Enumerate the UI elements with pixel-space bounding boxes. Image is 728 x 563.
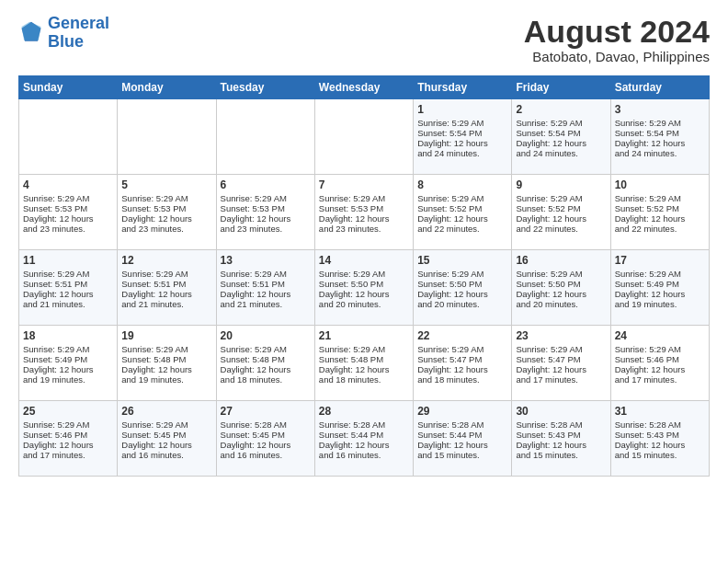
day-number: 23 <box>516 329 606 342</box>
day-cell: 30Sunrise: 5:28 AMSunset: 5:43 PMDayligh… <box>512 401 610 477</box>
day-number: 10 <box>615 178 705 191</box>
day-info: Sunrise: 5:28 AM <box>319 419 409 430</box>
day-info: Daylight: 12 hours <box>615 213 705 224</box>
day-info: Daylight: 12 hours <box>23 289 113 299</box>
day-info: Sunrise: 5:29 AM <box>417 344 507 354</box>
location: Batobato, Davao, Philippines <box>524 49 710 64</box>
day-info: and 17 minutes. <box>615 374 705 385</box>
day-info: Sunset: 5:44 PM <box>417 430 507 440</box>
day-info: Sunset: 5:46 PM <box>615 354 705 364</box>
day-info: Sunrise: 5:29 AM <box>121 193 211 203</box>
title-block: August 2024 Batobato, Davao, Philippines <box>524 15 710 64</box>
day-info: Daylight: 12 hours <box>121 213 211 224</box>
day-info: Sunrise: 5:29 AM <box>319 344 409 354</box>
day-info: Daylight: 12 hours <box>319 213 409 224</box>
day-info: Sunrise: 5:29 AM <box>23 193 113 203</box>
day-info: Daylight: 12 hours <box>221 364 311 374</box>
day-info: and 23 minutes. <box>121 224 211 234</box>
day-info: Sunset: 5:43 PM <box>516 430 606 440</box>
day-number: 2 <box>516 103 606 116</box>
day-info: and 18 minutes. <box>319 374 409 385</box>
day-cell: 10Sunrise: 5:29 AMSunset: 5:52 PMDayligh… <box>610 175 709 250</box>
day-info: Sunset: 5:47 PM <box>516 354 606 364</box>
day-cell: 17Sunrise: 5:29 AMSunset: 5:49 PMDayligh… <box>610 250 709 326</box>
day-info: Daylight: 12 hours <box>319 440 409 450</box>
day-info: Sunrise: 5:29 AM <box>417 118 507 128</box>
day-cell: 20Sunrise: 5:29 AMSunset: 5:48 PMDayligh… <box>216 326 314 401</box>
day-cell: 18Sunrise: 5:29 AMSunset: 5:49 PMDayligh… <box>19 326 118 401</box>
day-info: and 19 minutes. <box>615 299 705 309</box>
day-info: Sunrise: 5:29 AM <box>221 269 311 279</box>
day-info: Sunset: 5:51 PM <box>121 279 211 289</box>
day-number: 4 <box>23 178 113 191</box>
week-row-2: 4Sunrise: 5:29 AMSunset: 5:53 PMDaylight… <box>19 175 710 250</box>
calendar-table: SundayMondayTuesdayWednesdayThursdayFrid… <box>18 75 710 477</box>
logo-text: General Blue <box>48 15 109 52</box>
day-info: Sunset: 5:50 PM <box>417 279 507 289</box>
day-info: Sunrise: 5:29 AM <box>516 118 606 128</box>
day-info: and 16 minutes. <box>221 450 311 460</box>
day-info: and 24 minutes. <box>417 148 507 158</box>
day-info: and 17 minutes. <box>23 450 113 460</box>
day-info: Daylight: 12 hours <box>221 440 311 450</box>
week-row-1: 1Sunrise: 5:29 AMSunset: 5:54 PMDaylight… <box>19 99 710 175</box>
day-info: Sunrise: 5:29 AM <box>221 193 311 203</box>
day-number: 8 <box>417 178 507 191</box>
day-info: Sunrise: 5:29 AM <box>121 269 211 279</box>
day-info: and 21 minutes. <box>121 299 211 309</box>
day-info: Sunrise: 5:29 AM <box>615 269 705 279</box>
day-info: Daylight: 12 hours <box>121 440 211 450</box>
day-cell: 26Sunrise: 5:29 AMSunset: 5:45 PMDayligh… <box>118 401 216 477</box>
day-cell <box>19 99 118 175</box>
day-cell <box>314 99 413 175</box>
day-number: 14 <box>319 254 409 267</box>
header-cell-saturday: Saturday <box>610 76 709 99</box>
day-number: 31 <box>615 405 705 418</box>
day-info: Sunset: 5:49 PM <box>23 354 113 364</box>
day-number: 18 <box>23 329 113 342</box>
day-info: Daylight: 12 hours <box>23 364 113 374</box>
day-cell: 13Sunrise: 5:29 AMSunset: 5:51 PMDayligh… <box>216 250 314 326</box>
day-info: Sunrise: 5:29 AM <box>121 344 211 354</box>
day-number: 11 <box>23 254 113 267</box>
day-cell: 9Sunrise: 5:29 AMSunset: 5:52 PMDaylight… <box>512 175 610 250</box>
day-cell: 19Sunrise: 5:29 AMSunset: 5:48 PMDayligh… <box>118 326 216 401</box>
day-info: Sunrise: 5:29 AM <box>615 344 705 354</box>
day-info: Sunset: 5:54 PM <box>615 128 705 138</box>
day-info: Daylight: 12 hours <box>615 289 705 299</box>
day-number: 7 <box>319 178 409 191</box>
day-info: and 15 minutes. <box>615 450 705 460</box>
day-info: Sunset: 5:51 PM <box>23 279 113 289</box>
day-number: 3 <box>615 103 705 116</box>
day-number: 21 <box>319 329 409 342</box>
day-info: Sunrise: 5:28 AM <box>221 419 311 430</box>
day-cell: 3Sunrise: 5:29 AMSunset: 5:54 PMDaylight… <box>610 99 709 175</box>
day-info: Sunrise: 5:29 AM <box>516 193 606 203</box>
day-info: Sunset: 5:53 PM <box>121 203 211 213</box>
day-cell: 6Sunrise: 5:29 AMSunset: 5:53 PMDaylight… <box>216 175 314 250</box>
day-info: Daylight: 12 hours <box>121 289 211 299</box>
day-cell: 11Sunrise: 5:29 AMSunset: 5:51 PMDayligh… <box>19 250 118 326</box>
day-info: Daylight: 12 hours <box>319 289 409 299</box>
day-info: Sunset: 5:45 PM <box>221 430 311 440</box>
day-cell: 27Sunrise: 5:28 AMSunset: 5:45 PMDayligh… <box>216 401 314 477</box>
day-info: Sunset: 5:48 PM <box>121 354 211 364</box>
day-cell: 4Sunrise: 5:29 AMSunset: 5:53 PMDaylight… <box>19 175 118 250</box>
day-info: Sunrise: 5:29 AM <box>417 193 507 203</box>
day-info: Daylight: 12 hours <box>221 213 311 224</box>
day-number: 26 <box>121 405 211 418</box>
day-info: Sunset: 5:53 PM <box>221 203 311 213</box>
day-info: Sunset: 5:52 PM <box>516 203 606 213</box>
day-cell: 23Sunrise: 5:29 AMSunset: 5:47 PMDayligh… <box>512 326 610 401</box>
day-info: Daylight: 12 hours <box>417 213 507 224</box>
day-info: and 23 minutes. <box>23 224 113 234</box>
day-info: Sunrise: 5:28 AM <box>417 419 507 430</box>
day-info: Daylight: 12 hours <box>516 364 606 374</box>
day-info: Sunset: 5:49 PM <box>615 279 705 289</box>
day-info: Sunrise: 5:29 AM <box>121 419 211 430</box>
day-info: Daylight: 12 hours <box>417 289 507 299</box>
day-info: and 18 minutes. <box>221 374 311 385</box>
day-info: and 21 minutes. <box>23 299 113 309</box>
day-info: and 18 minutes. <box>417 374 507 385</box>
day-info: and 24 minutes. <box>516 148 606 158</box>
